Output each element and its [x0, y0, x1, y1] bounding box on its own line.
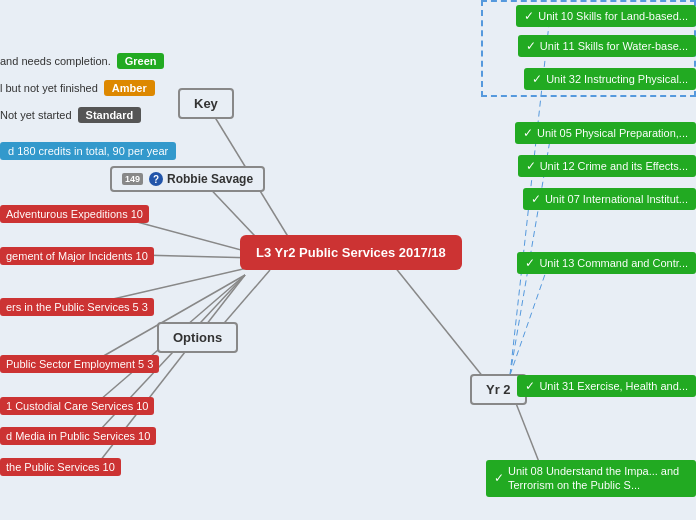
- right-unit-1[interactable]: ✓ Unit 10 Skills for Land-based...: [516, 5, 696, 27]
- key-badge-standard: Standard: [78, 107, 142, 123]
- options-node[interactable]: Options: [157, 322, 238, 353]
- check-icon-5: ✓: [526, 159, 536, 173]
- unit-box-1[interactable]: ✓ Unit 10 Skills for Land-based...: [516, 5, 696, 27]
- unit-label-9: Unit 08 Understand the Impa... and Terro…: [508, 464, 688, 493]
- unit-box-2[interactable]: ✓ Unit 11 Skills for Water-base...: [518, 35, 696, 57]
- right-unit-7[interactable]: ✓ Unit 13 Command and Contr...: [517, 252, 696, 274]
- unit-label-7: Unit 13 Command and Contr...: [539, 257, 688, 269]
- left-unit-3[interactable]: ers in the Public Services 5 3: [0, 298, 154, 316]
- unit-box-6[interactable]: ✓ Unit 07 International Institut...: [523, 188, 696, 210]
- check-icon-7: ✓: [525, 256, 535, 270]
- check-icon-1: ✓: [524, 9, 534, 23]
- unit-label-2: Unit 11 Skills for Water-base...: [540, 40, 688, 52]
- right-unit-4[interactable]: ✓ Unit 05 Physical Preparation,...: [515, 122, 696, 144]
- check-icon-6: ✓: [531, 192, 541, 206]
- credits-bar: d 180 credits in total, 90 per year: [0, 142, 176, 160]
- right-unit-5[interactable]: ✓ Unit 12 Crime and its Effects...: [518, 155, 696, 177]
- right-unit-2[interactable]: ✓ Unit 11 Skills for Water-base...: [518, 35, 696, 57]
- key-node[interactable]: Key: [178, 88, 234, 119]
- robbie-badge: 149: [122, 173, 143, 185]
- key-item-green: and needs completion. Green: [0, 53, 164, 69]
- unit-box-3[interactable]: ✓ Unit 32 Instructing Physical...: [524, 68, 696, 90]
- check-icon-8: ✓: [525, 379, 535, 393]
- right-unit-3[interactable]: ✓ Unit 32 Instructing Physical...: [524, 68, 696, 90]
- check-icon-4: ✓: [523, 126, 533, 140]
- left-unit-6[interactable]: d Media in Public Services 10: [0, 427, 156, 445]
- options-label: Options: [173, 330, 222, 345]
- left-unit-4[interactable]: Public Sector Employment 5 3: [0, 355, 159, 373]
- unit-label-3: Unit 32 Instructing Physical...: [546, 73, 688, 85]
- right-unit-8[interactable]: ✓ Unit 31 Exercise, Health and...: [517, 375, 696, 397]
- key-text-amber: l but not yet finished: [0, 82, 98, 94]
- unit-box-7[interactable]: ✓ Unit 13 Command and Contr...: [517, 252, 696, 274]
- right-unit-9[interactable]: ✓ Unit 08 Understand the Impa... and Ter…: [486, 460, 696, 497]
- unit-label-5: Unit 12 Crime and its Effects...: [540, 160, 688, 172]
- central-label: L3 Yr2 Public Services 2017/18: [256, 245, 446, 260]
- check-icon-3: ✓: [532, 72, 542, 86]
- unit-box-9[interactable]: ✓ Unit 08 Understand the Impa... and Ter…: [486, 460, 696, 497]
- robbie-label: Robbie Savage: [167, 172, 253, 186]
- key-badge-amber: Amber: [104, 80, 155, 96]
- unit-box-5[interactable]: ✓ Unit 12 Crime and its Effects...: [518, 155, 696, 177]
- unit-box-4[interactable]: ✓ Unit 05 Physical Preparation,...: [515, 122, 696, 144]
- unit-label-6: Unit 07 International Institut...: [545, 193, 688, 205]
- svg-line-3: [390, 261, 488, 383]
- unit-label-4: Unit 05 Physical Preparation,...: [537, 127, 688, 139]
- credits-label: d 180 credits in total, 90 per year: [8, 145, 168, 157]
- central-node[interactable]: L3 Yr2 Public Services 2017/18: [240, 235, 462, 270]
- check-icon-9: ✓: [494, 471, 504, 487]
- check-icon-2: ✓: [526, 39, 536, 53]
- robbie-savage-node[interactable]: 149 ? Robbie Savage: [110, 166, 265, 192]
- left-unit-2[interactable]: gement of Major Incidents 10: [0, 247, 154, 265]
- right-unit-6[interactable]: ✓ Unit 07 International Institut...: [523, 188, 696, 210]
- mind-map-canvas: L3 Yr2 Public Services 2017/18 Yr 2 Key …: [0, 0, 696, 520]
- yr2-label: Yr 2: [486, 382, 511, 397]
- help-icon: ?: [149, 172, 163, 186]
- key-text-standard: Not yet started: [0, 109, 72, 121]
- key-item-amber: l but not yet finished Amber: [0, 80, 155, 96]
- unit-label-1: Unit 10 Skills for Land-based...: [538, 10, 688, 22]
- key-label: Key: [194, 96, 218, 111]
- svg-line-6: [510, 260, 550, 375]
- key-item-standard: Not yet started Standard: [0, 107, 141, 123]
- key-text-green: and needs completion.: [0, 55, 111, 67]
- key-badge-green: Green: [117, 53, 165, 69]
- left-unit-7[interactable]: the Public Services 10: [0, 458, 121, 476]
- left-unit-5[interactable]: 1 Custodial Care Services 10: [0, 397, 154, 415]
- svg-line-11: [100, 265, 260, 302]
- left-unit-1[interactable]: Adventurous Expeditions 10: [0, 205, 149, 223]
- unit-box-8[interactable]: ✓ Unit 31 Exercise, Health and...: [517, 375, 696, 397]
- unit-label-8: Unit 31 Exercise, Health and...: [539, 380, 688, 392]
